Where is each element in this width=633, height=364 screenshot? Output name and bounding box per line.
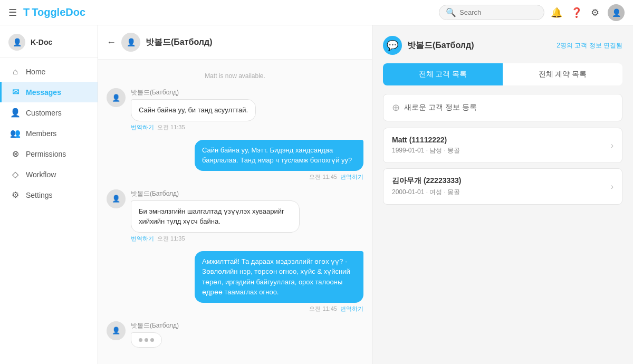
sidebar-user-avatar: 👤 bbox=[8, 34, 25, 51]
right-panel-header: 💬 밧볼드(Батболд) 2명의 고객 정보 연결됨 bbox=[383, 36, 622, 55]
notification-icon[interactable]: 🔔 bbox=[551, 7, 562, 18]
translate-button[interactable]: 번역하기 bbox=[340, 305, 363, 313]
tab-all-accounts[interactable]: 전체 계약 목록 bbox=[503, 63, 622, 85]
customer-info: Matt (11112222) 1999-01-01 · 남성 · 몽골 bbox=[392, 136, 460, 155]
sidebar-item-members[interactable]: 👥 Members bbox=[0, 123, 98, 143]
content-area: ← 👤 밧볼드(Батболд) Matt is now available. … bbox=[98, 25, 633, 364]
sidebar-item-label: Permissions bbox=[26, 150, 66, 158]
customer-detail: 1999-01-01 · 남성 · 몽골 bbox=[392, 146, 460, 155]
sidebar-item-permissions[interactable]: ⊗ Permissions bbox=[0, 143, 98, 164]
topbar-actions: 🔔 ❓ ⚙ 👤 bbox=[551, 4, 625, 21]
msg-content: 밧볼드(Батболд) Би эмнэлзгийн шалгалтад үзү… bbox=[131, 189, 300, 243]
chat-contact-name: 밧볼드(Батболд) bbox=[146, 37, 212, 48]
search-bar[interactable]: 🔍 bbox=[439, 5, 544, 20]
settings-icon[interactable]: ⚙ bbox=[591, 7, 599, 18]
typing-indicator bbox=[131, 332, 162, 348]
members-icon: 👥 bbox=[10, 128, 21, 138]
chat-contact-avatar: 👤 bbox=[121, 33, 140, 52]
tab-bar: 전체 고객 목록 전체 계약 목록 bbox=[383, 63, 622, 85]
msg-meta: 번역하기 오전 11:35 bbox=[131, 123, 256, 131]
customers-icon: 👤 bbox=[10, 108, 21, 118]
customer-name: Matt (11112222) bbox=[392, 136, 460, 144]
settings-nav-icon: ⚙ bbox=[10, 190, 21, 200]
customer-name: 김아무개 (22223333) bbox=[392, 176, 462, 186]
sidebar-item-label: Settings bbox=[26, 191, 53, 199]
msg-meta: 번역하기 오전 11:35 bbox=[131, 235, 300, 243]
translate-button[interactable]: 번역하기 bbox=[340, 173, 363, 181]
avatar[interactable]: 👤 bbox=[608, 4, 625, 21]
customer-card[interactable]: Matt (11112222) 1999-01-01 · 남성 · 몽골 › bbox=[383, 128, 622, 163]
translate-button[interactable]: 번역하기 bbox=[131, 235, 154, 243]
add-customer-button[interactable]: ⊕ 새로운 고객 정보 등록 bbox=[383, 94, 622, 121]
topbar: ☰ TToggleDoc 🔍 🔔 ❓ ⚙ 👤 bbox=[0, 0, 633, 25]
help-icon[interactable]: ❓ bbox=[571, 7, 582, 18]
msg-content: Сайн байна уу, Мэтт. Бидэнд хандсандаа б… bbox=[195, 140, 363, 181]
msg-bubble: Сайн байна уу, би танд асуулттай. bbox=[131, 99, 256, 121]
sidebar-nav: ⌂ Home ✉ Messages 👤 Customers 👥 Members … bbox=[0, 58, 98, 364]
customer-info: 김아무개 (22223333) 2000-01-01 · 여성 · 몽골 bbox=[392, 176, 462, 197]
msg-sender: 밧볼드(Батболд) bbox=[131, 88, 256, 97]
msg-sender: 밧볼드(Батболд) bbox=[131, 321, 179, 330]
search-icon: 🔍 bbox=[446, 7, 456, 17]
right-contact-name: 밧볼드(Батболд) bbox=[407, 40, 474, 51]
chevron-right-icon: › bbox=[611, 141, 613, 150]
typing-dot bbox=[150, 338, 154, 342]
msg-time: 오전 11:45 bbox=[309, 173, 337, 181]
sidebar-item-customers[interactable]: 👤 Customers bbox=[0, 102, 98, 123]
msg-time: 오전 11:35 bbox=[157, 235, 185, 243]
message-row: 👤 밧볼드(Батболд) Сайн байна уу, би танд ас… bbox=[107, 88, 363, 131]
sidebar-item-label: Members bbox=[26, 129, 56, 138]
msg-avatar: 👤 bbox=[107, 88, 126, 107]
message-row: Амжилттай! Та дараах мэдээллийг өгөх үү?… bbox=[107, 251, 363, 313]
system-message: Matt is now available. bbox=[107, 72, 363, 80]
chevron-right-icon: › bbox=[611, 182, 613, 191]
typing-dot bbox=[139, 338, 142, 342]
workflow-icon: ◇ bbox=[10, 169, 21, 179]
msg-content: 밧볼드(Батболд) Сайн байна уу, би танд асуу… bbox=[131, 88, 256, 131]
add-customer-label: 새로운 고객 정보 등록 bbox=[404, 103, 477, 112]
tab-all-customers[interactable]: 전체 고객 목록 bbox=[383, 63, 503, 85]
sidebar-user-name: K-Doc bbox=[31, 38, 52, 46]
back-button[interactable]: ← bbox=[107, 37, 116, 48]
main-layout: 👤 K-Doc ⌂ Home ✉ Messages 👤 Customers 👥 … bbox=[0, 25, 633, 364]
msg-bubble: Би эмнэлзгийн шалгалтад үзүүлэх хуваарий… bbox=[131, 200, 300, 233]
messages-icon: ✉ bbox=[10, 87, 21, 97]
message-row: Сайн байна уу, Мэтт. Бидэнд хандсандаа б… bbox=[107, 140, 363, 181]
msg-content: Амжилттай! Та дараах мэдээллийг өгөх үү?… bbox=[195, 251, 363, 313]
msg-avatar: 👤 bbox=[107, 321, 126, 340]
message-row: 👤 밧볼드(Батболд) Би эмнэлзгийн шалгалтад ү… bbox=[107, 189, 363, 243]
translate-button[interactable]: 번역하기 bbox=[131, 123, 154, 131]
msg-meta: 오전 11:45 번역하기 bbox=[309, 173, 363, 181]
sidebar-item-label: Messages bbox=[26, 88, 61, 97]
search-input[interactable] bbox=[459, 8, 538, 16]
add-icon: ⊕ bbox=[392, 102, 400, 113]
msg-time: 오전 11:35 bbox=[157, 123, 185, 131]
msg-avatar: 👤 bbox=[107, 189, 126, 208]
typing-dot bbox=[145, 338, 148, 342]
msg-bubble: Амжилттай! Та дараах мэдээллийг өгөх үү?… bbox=[195, 251, 363, 303]
sidebar-item-label: Workflow bbox=[26, 170, 56, 179]
permissions-icon: ⊗ bbox=[10, 149, 21, 159]
app-logo: TToggleDoc bbox=[23, 6, 433, 18]
customer-card[interactable]: 김아무개 (22223333) 2000-01-01 · 여성 · 몽골 › bbox=[383, 168, 622, 205]
sidebar-item-label: Home bbox=[26, 68, 45, 76]
right-panel: 💬 밧볼드(Батболд) 2명의 고객 정보 연결됨 전체 고객 목록 전체… bbox=[372, 25, 633, 364]
msg-content: 밧볼드(Батболд) bbox=[131, 321, 179, 348]
chat-header: ← 👤 밧볼드(Батболд) bbox=[98, 25, 372, 60]
sidebar-item-label: Customers bbox=[26, 109, 62, 117]
msg-sender: 밧볼드(Батболд) bbox=[131, 189, 300, 198]
sidebar-item-workflow[interactable]: ◇ Workflow bbox=[0, 164, 98, 185]
menu-icon[interactable]: ☰ bbox=[8, 7, 17, 18]
msg-meta: 오전 11:45 번역하기 bbox=[309, 305, 363, 313]
sidebar-item-messages[interactable]: ✉ Messages bbox=[0, 82, 98, 102]
sidebar-user: 👤 K-Doc bbox=[0, 25, 98, 58]
sidebar-item-home[interactable]: ⌂ Home bbox=[0, 62, 98, 82]
message-row: 👤 밧볼드(Батболд) bbox=[107, 321, 363, 348]
customer-detail: 2000-01-01 · 여성 · 몽골 bbox=[392, 188, 462, 197]
right-header-left: 💬 밧볼드(Батболд) bbox=[383, 36, 474, 55]
chat-messages[interactable]: Matt is now available. 👤 밧볼드(Батболд) Са… bbox=[98, 60, 372, 364]
messenger-icon: 💬 bbox=[383, 36, 402, 55]
home-icon: ⌂ bbox=[10, 67, 21, 76]
sidebar-item-settings[interactable]: ⚙ Settings bbox=[0, 185, 98, 205]
customer-link-count[interactable]: 2명의 고객 정보 연결됨 bbox=[557, 41, 622, 50]
